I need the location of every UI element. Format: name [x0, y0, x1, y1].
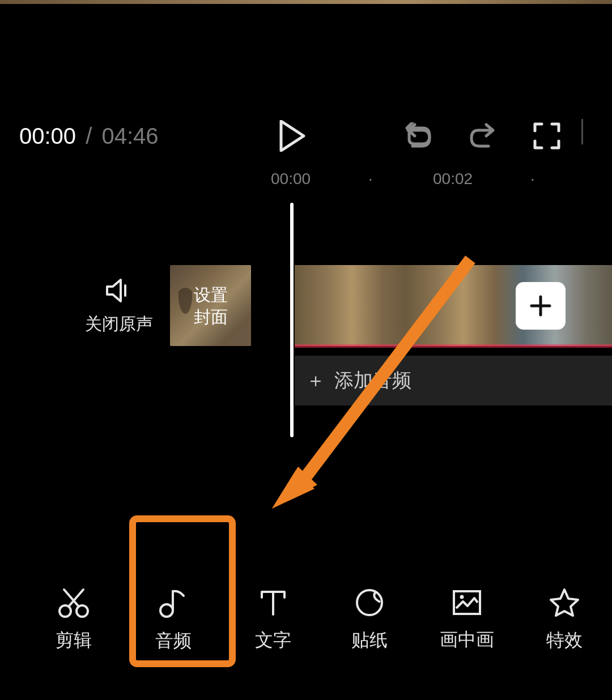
undo-button[interactable] [403, 122, 433, 150]
tool-sticker[interactable]: 贴纸 [351, 587, 388, 653]
fullscreen-icon [533, 122, 561, 150]
undo-icon [403, 122, 433, 150]
tool-text-label: 文字 [255, 628, 291, 653]
playback-controls: 00:00 / 04:46 [0, 113, 612, 159]
plus-icon: ＋ [306, 368, 325, 394]
tool-pip[interactable]: 画中画 [440, 588, 494, 652]
speaker-icon [105, 278, 133, 304]
set-cover-label: 设置 封面 [194, 284, 228, 328]
redo-button[interactable] [468, 122, 498, 150]
scissors-icon [57, 587, 90, 618]
star-icon [549, 587, 580, 618]
redo-icon [468, 122, 498, 150]
bottom-toolbar: 剪辑 音频 文字 贴纸 画中画 特效 [0, 578, 612, 663]
svg-marker-1 [272, 470, 314, 509]
sticker-icon [354, 587, 385, 618]
total-time: 04:46 [101, 123, 158, 148]
tool-sticker-label: 贴纸 [351, 628, 388, 653]
music-note-icon [158, 587, 189, 618]
current-time: 00:00 [19, 123, 76, 148]
tool-pip-label: 画中画 [440, 628, 494, 652]
tool-text[interactable]: 文字 [255, 587, 291, 653]
time-display: 00:00 / 04:46 [19, 123, 159, 149]
time-separator: / [86, 123, 92, 148]
playhead[interactable] [290, 203, 294, 437]
picture-in-picture-icon [450, 588, 483, 617]
ruler-tick: 00:02 [433, 170, 473, 188]
ruler-dot: · [368, 170, 373, 188]
ruler-tick: 00:00 [271, 170, 311, 188]
play-icon [278, 120, 306, 152]
mute-original-label: 关闭原声 [85, 313, 153, 336]
text-icon [258, 587, 288, 618]
clip-track-divider [295, 344, 612, 348]
tool-edit[interactable]: 剪辑 [56, 587, 92, 653]
tool-fx-label: 特效 [546, 628, 583, 653]
svg-point-5 [160, 604, 173, 617]
mute-original-button[interactable]: 关闭原声 [85, 278, 153, 336]
tool-edit-label: 剪辑 [56, 628, 92, 653]
tool-fx[interactable]: 特效 [546, 587, 583, 653]
ruler-dot: · [530, 170, 535, 188]
plus-icon [528, 293, 553, 318]
video-preview-strip [0, 0, 612, 4]
play-button[interactable] [278, 120, 306, 152]
tool-audio[interactable]: 音频 [155, 587, 192, 654]
fullscreen-button[interactable] [533, 122, 561, 150]
svg-point-6 [357, 590, 382, 615]
add-audio-button[interactable]: ＋ 添加音频 [295, 356, 612, 406]
screen-edge-indicator [581, 119, 583, 144]
svg-rect-7 [454, 591, 480, 614]
svg-point-8 [460, 595, 464, 599]
add-clip-button[interactable] [516, 282, 566, 330]
set-cover-button[interactable]: 设置 封面 [170, 265, 251, 346]
add-audio-label: 添加音频 [334, 368, 411, 394]
tool-audio-label: 音频 [155, 629, 192, 654]
timeline-ruler[interactable]: 00:00 · 00:02 · [0, 170, 612, 193]
